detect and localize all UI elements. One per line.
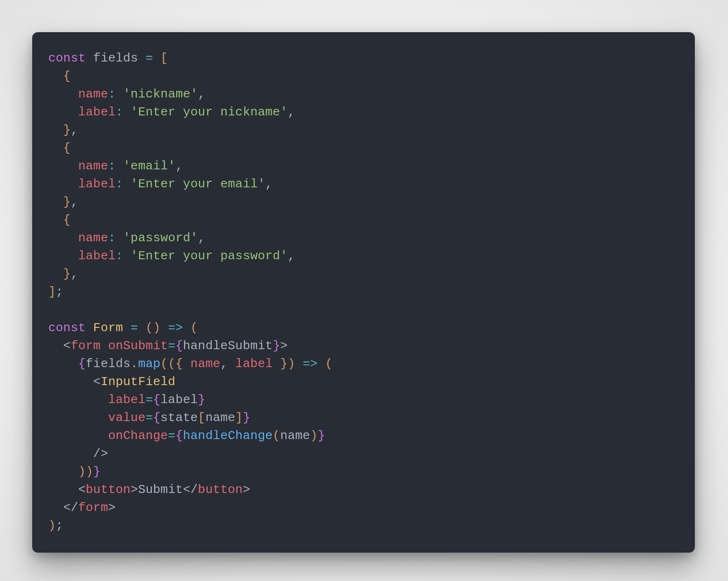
angle-close-slash: </ [183,483,198,497]
jsx-brace-close: } [243,411,250,425]
angle-close: > [131,483,138,497]
jsx-brace-close: } [273,339,280,353]
operator-equals: = [168,429,176,443]
operator-equals: = [145,51,153,65]
keyword-const: const [48,51,86,65]
tag-form: form [71,339,100,353]
string-password: 'password' [123,231,198,245]
fn-map: map [138,357,160,371]
string-enter-email: 'Enter your email' [131,177,265,191]
property-label: label [78,249,115,263]
operator-arrow: => [302,357,318,371]
brace-open: { [63,69,71,83]
punct-comma: , [176,159,183,173]
brace-open: { [63,213,71,227]
punct-comma: , [288,249,295,263]
brace-close: } [63,267,71,281]
string-nickname: 'nickname' [123,87,198,101]
paren-open: ( [325,357,333,371]
self-close: /> [93,447,108,461]
code-card: const fields = [ { name: 'nickname', lab… [32,32,695,553]
jsx-brace-open: { [153,393,160,407]
punct-dot: . [131,357,138,371]
paren-close: ) [48,519,56,533]
string-enter-password: 'Enter your password' [131,249,288,263]
bracket-open-square: [ [198,411,205,425]
brace-close: } [280,357,288,371]
identifier-fields: fields [93,51,138,65]
operator-colon: : [115,105,123,119]
identifier-handlesubmit: handleSubmit [183,339,273,353]
operator-colon: : [108,159,115,173]
angle-close: > [280,339,288,353]
punct-comma: , [221,357,228,371]
punct-comma: , [71,267,78,281]
string-enter-nickname: 'Enter your nickname' [131,105,288,119]
fn-handlechange: handleChange [183,429,273,443]
punct-comma: , [71,123,78,137]
angle-close: > [108,501,115,515]
jsx-brace-open: { [78,357,86,371]
property-name: name [78,231,108,245]
paren-close: ) [86,465,93,479]
operator-equals: = [145,393,153,407]
operator-equals: = [168,339,176,353]
attr-onchange: onChange [108,429,168,443]
brace-open: { [63,141,71,155]
jsx-brace-open: { [153,411,160,425]
punct-comma: , [288,105,295,119]
operator-equals: = [131,321,138,335]
bracket-open-square: [ [160,51,168,65]
identifier-state: state [160,411,198,425]
punct-comma: , [265,177,273,191]
paren-open: ( [168,357,176,371]
angle-open: < [93,375,101,389]
bracket-close-square: ] [235,411,243,425]
identifier-label: label [160,393,198,407]
angle-close-slash: </ [63,501,79,515]
identifier-form-component: Form [93,321,123,335]
paren-close: ) [288,357,295,371]
keyword-const: const [48,321,86,335]
jsx-brace-open: { [176,429,183,443]
tag-button: button [198,483,243,497]
angle-open: < [63,339,71,353]
operator-arrow: => [168,321,183,335]
jsx-brace-open: { [176,339,183,353]
operator-equals: = [145,411,153,425]
component-inputfield: InputField [101,375,176,389]
paren-close: ) [310,429,318,443]
tag-button: button [86,483,131,497]
paren-close: ) [153,321,160,335]
attr-value: value [108,411,145,425]
bracket-close-square: ] [48,285,56,299]
jsx-brace-close: } [198,393,205,407]
jsx-brace-close: } [93,465,101,479]
identifier-name: name [190,357,220,371]
operator-colon: : [108,231,115,245]
brace-close: } [63,123,71,137]
property-name: name [78,87,108,101]
operator-colon: : [115,249,123,263]
property-name: name [78,159,108,173]
punct-semi: ; [56,519,63,533]
punct-semi: ; [56,285,63,299]
code-block: const fields = [ { name: 'nickname', lab… [48,49,679,535]
punct-comma: , [198,231,205,245]
punct-comma: , [71,195,78,209]
paren-open: ( [273,429,280,443]
tag-form: form [78,501,108,515]
text-submit: Submit [138,483,183,497]
identifier-fields: fields [86,357,131,371]
angle-close: > [243,483,250,497]
paren-close: ) [78,465,86,479]
attr-label: label [108,393,145,407]
identifier-name: name [280,429,310,443]
identifier-label: label [235,357,273,371]
operator-colon: : [115,177,123,191]
brace-open: { [176,357,183,371]
punct-comma: , [198,87,205,101]
property-label: label [78,177,115,191]
paren-open: ( [160,357,168,371]
angle-open: < [78,483,86,497]
